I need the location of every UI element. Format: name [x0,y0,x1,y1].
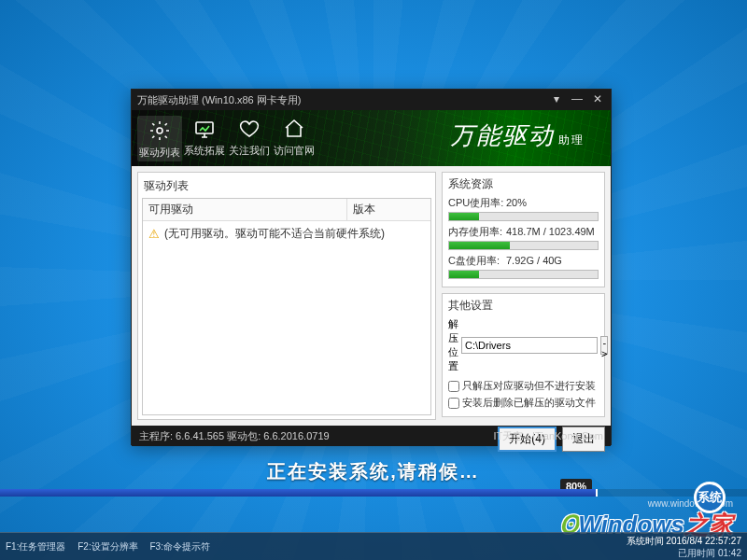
version-text: 主程序: 6.6.41.565 驱动包: 6.6.2016.0719 [139,429,330,443]
minimize-icon[interactable]: — [568,90,586,108]
col-driver-version[interactable]: 版本 [346,199,430,220]
elapsed-time: 已用时间 01:42 [627,547,741,559]
right-panel: 系统资源 CPU使用率:20% 内存使用率:418.7M / 1023.49M … [442,172,605,420]
mem-row: 内存使用率:418.7M / 1023.49M [448,225,599,250]
close-icon[interactable]: ✕ [588,90,607,108]
install-progress-bar [0,489,747,497]
system-time: 系统时间 2016/8/4 22:57:27 [627,535,741,547]
watermark-badge: 系统 [694,482,726,513]
install-status-text: 正在安装系统,请稍候… [267,459,480,484]
other-settings-panel: 其他设置 解压位置 -> 只解压对应驱动但不进行安装 安装后删除已解压的驱动文件 [442,293,605,417]
mem-bar [448,241,599,250]
extract-path-input[interactable] [461,337,598,354]
nav-label: 访问官网 [272,144,317,158]
col-driver-name[interactable]: 可用驱动 [143,199,346,220]
nav-label: 关注我们 [227,144,272,158]
heart-icon [227,116,272,142]
browse-button[interactable]: -> [600,336,608,355]
taskbar: F1:任务管理器 F2:设置分辨率 F3:命令提示符 系统时间 2016/8/4… [0,532,747,560]
nav-label: 驱动列表 [137,146,182,160]
delete-after-checkbox[interactable]: 安装后删除已解压的驱动文件 [448,396,599,410]
svg-point-0 [157,128,162,133]
cpu-row: CPU使用率:20% [448,196,599,221]
driver-assistant-window: 万能驱动助理 (Win10.x86 网卡专用) ▾ — ✕ 驱动列表 系统拓展 [131,89,612,445]
f3-shortcut[interactable]: F3:命令提示符 [149,541,209,552]
path-label: 解压位置 [448,317,458,373]
mem-bar-fill [449,242,510,249]
monitor-icon [182,116,227,142]
nav-website[interactable]: 访问官网 [272,116,317,161]
gear-icon [137,118,182,144]
f1-shortcut[interactable]: F1:任务管理器 [6,541,65,552]
driver-list-panel: 驱动列表 可用驱动 版本 ⚠ (无可用驱动。驱动可能不适合当前硬件系统) [137,172,436,420]
taskbar-clock: 系统时间 2016/8/4 22:57:27 已用时间 01:42 [627,535,741,559]
disk-bar [448,270,599,279]
titlebar[interactable]: 万能驱动助理 (Win10.x86 网卡专用) ▾ — ✕ [132,90,611,110]
nav-follow-us[interactable]: 关注我们 [227,116,272,161]
disk-bar-fill [449,271,479,278]
warning-icon: ⚠ [148,227,160,241]
menu-icon[interactable]: ▾ [547,90,566,108]
extract-only-checkbox[interactable]: 只解压对应驱动但不进行安装 [448,379,599,393]
panel-title: 驱动列表 [142,176,431,198]
install-progress-fill [0,489,598,497]
vendor-link[interactable]: IT天空 - ITianKong.Com [493,429,603,443]
nav-label: 系统拓展 [182,144,227,158]
brand-logo: 万能驱动助理 [450,119,585,152]
panel-title: 系统资源 [448,176,599,192]
driver-table: 可用驱动 版本 ⚠ (无可用驱动。驱动可能不适合当前硬件系统) [142,198,431,415]
f2-shortcut[interactable]: F2:设置分辨率 [78,541,137,552]
driver-message: (无可用驱动。驱动可能不适合当前硬件系统) [164,226,385,242]
cpu-bar-fill [449,213,479,220]
table-header: 可用驱动 版本 [143,199,430,221]
header-strip: 驱动列表 系统拓展 关注我们 访问官网 万能驱动 [132,110,611,166]
svg-rect-1 [196,122,213,133]
taskbar-shortcuts: F1:任务管理器 F2:设置分辨率 F3:命令提示符 [6,540,219,553]
home-icon [272,116,317,142]
nav-driver-list[interactable]: 驱动列表 [137,116,182,161]
window-title: 万能驱动助理 (Win10.x86 网卡专用) [137,93,301,107]
watermark-url: www.windowszj.com [559,498,733,509]
nav-system-ext[interactable]: 系统拓展 [182,116,227,161]
cpu-bar [448,212,599,221]
main-area: 驱动列表 可用驱动 版本 ⚠ (无可用驱动。驱动可能不适合当前硬件系统) 系统资… [132,166,611,426]
panel-title: 其他设置 [448,298,599,314]
table-row[interactable]: ⚠ (无可用驱动。驱动可能不适合当前硬件系统) [143,221,430,246]
disk-row: C盘使用率:7.92G / 40G [448,254,599,279]
system-resources-panel: 系统资源 CPU使用率:20% 内存使用率:418.7M / 1023.49M … [442,172,605,287]
